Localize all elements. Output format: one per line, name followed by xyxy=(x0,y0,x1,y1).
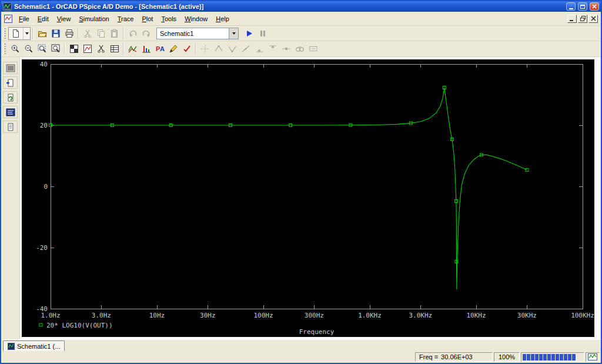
goal-function-button[interactable] xyxy=(166,42,180,55)
paste-button[interactable] xyxy=(108,27,121,40)
svg-text:A: A xyxy=(160,45,165,52)
combobox-dropdown-button[interactable] xyxy=(229,28,238,39)
menu-view[interactable]: View xyxy=(53,13,75,25)
close-icon xyxy=(592,4,597,9)
mdi-close-button[interactable] xyxy=(588,15,598,23)
tab-schematic1[interactable]: Schematic1 (... xyxy=(3,340,65,351)
x-tick-label: 30KHz xyxy=(517,312,537,319)
menu-simulation[interactable]: Simulation xyxy=(75,13,113,25)
cursor-slope-button[interactable] xyxy=(239,42,252,55)
menu-trace[interactable]: Trace xyxy=(113,13,138,25)
axis-settings-button[interactable] xyxy=(81,42,94,55)
data-table-button[interactable] xyxy=(108,42,121,55)
evaluate-measurement-button[interactable] xyxy=(180,42,193,55)
menu-window[interactable]: Window xyxy=(180,13,212,25)
view-simulation-queue-button[interactable] xyxy=(3,91,18,103)
cursor-min-icon xyxy=(255,44,264,54)
cursor-search-button[interactable] xyxy=(293,42,306,55)
cursor-trough-button[interactable] xyxy=(225,42,239,55)
mdi-minimize-button[interactable] xyxy=(567,15,577,23)
paste-clipboard-icon xyxy=(110,29,119,38)
zoom-out-button[interactable] xyxy=(22,42,35,55)
x-tick-label: 100KHz xyxy=(571,312,594,319)
grid-icon xyxy=(69,44,79,54)
cursor-min-button[interactable] xyxy=(252,42,266,55)
undo-button[interactable] xyxy=(126,27,139,40)
toolbar-grip[interactable] xyxy=(4,44,6,54)
app-icon xyxy=(3,2,12,11)
status-frequency-panel: Freq = 30.06E+03 xyxy=(415,352,493,362)
toolbar-separator xyxy=(64,43,65,55)
zoom-area-button[interactable] xyxy=(35,42,49,55)
run-button[interactable] xyxy=(242,27,256,40)
redo-button[interactable] xyxy=(139,27,153,40)
mark-label-button[interactable] xyxy=(306,42,320,55)
print-button[interactable] xyxy=(62,27,76,40)
bode-plot[interactable]: 1.0Hz3.0Hz10Hz30Hz100Hz300Hz1.0KHz3.0KHz… xyxy=(22,59,594,337)
x-tick-label: 30Hz xyxy=(200,312,216,319)
menu-edit[interactable]: Edit xyxy=(34,13,53,25)
titlebar: Schematic1 - OrCAD PSpice A/D Demo - [Sc… xyxy=(1,1,601,12)
view-output-file-button[interactable] xyxy=(3,121,18,133)
menu-bar: File Edit View Simulation Trace Plot Too… xyxy=(1,12,601,26)
progress-segment xyxy=(564,354,567,360)
toggle-cursor-button[interactable] xyxy=(198,42,212,55)
status-sim-icon-panel xyxy=(586,352,600,362)
output-file-icon xyxy=(6,123,15,131)
cursor-peak-icon xyxy=(214,44,223,54)
cut-plot-button[interactable] xyxy=(94,42,108,55)
mdi-restore-button[interactable] xyxy=(578,15,587,23)
zoom-in-icon xyxy=(11,44,20,54)
status-message-area xyxy=(2,352,414,362)
x-tick-label: 3.0KHz xyxy=(409,312,432,319)
y-tick-label: 20 xyxy=(40,122,48,129)
y-tick-label: -20 xyxy=(36,244,48,252)
progress-segment xyxy=(556,354,559,360)
new-simulation-dropdown[interactable] xyxy=(23,28,30,39)
cut-button[interactable] xyxy=(81,27,94,40)
view-simulation-results-button[interactable] xyxy=(3,62,18,74)
maximize-button[interactable] xyxy=(578,2,587,11)
add-trace-button[interactable] xyxy=(126,42,139,55)
menu-tools[interactable]: Tools xyxy=(157,13,180,25)
printer-icon xyxy=(65,29,74,38)
pause-icon xyxy=(259,29,267,38)
copy-button[interactable] xyxy=(94,27,108,40)
cursor-max-button[interactable] xyxy=(266,42,279,55)
menu-help[interactable]: Help xyxy=(212,13,233,25)
cursor-point-button[interactable] xyxy=(279,42,293,55)
fourier-button[interactable] xyxy=(139,42,153,55)
save-floppy-icon xyxy=(51,29,61,38)
progress-segment xyxy=(543,354,547,360)
cursor-point-icon xyxy=(282,44,291,54)
performance-analysis-button[interactable]: P A xyxy=(153,42,166,55)
view-schematic-page-button[interactable] xyxy=(3,76,18,89)
plot-grid-button[interactable] xyxy=(67,42,81,55)
zoom-in-button[interactable] xyxy=(8,42,22,55)
simulation-profile-combobox[interactable]: Schematic1 xyxy=(156,28,239,39)
undo-arrow-icon xyxy=(128,29,138,38)
save-button[interactable] xyxy=(49,27,62,40)
cursor-slope-icon xyxy=(241,44,250,54)
plot-border xyxy=(51,64,583,309)
minimize-button[interactable] xyxy=(566,2,576,11)
freq-value: 30.06E+03 xyxy=(441,353,473,360)
view-output-window-button[interactable] xyxy=(3,106,18,118)
cursor-trough-icon xyxy=(228,44,237,54)
new-simulation-button[interactable] xyxy=(8,27,31,40)
pause-button[interactable] xyxy=(256,27,269,40)
table-icon xyxy=(110,44,119,54)
menu-plot[interactable]: Plot xyxy=(138,13,157,25)
open-button[interactable] xyxy=(35,27,49,40)
plot-canvas[interactable]: 1.0Hz3.0Hz10Hz30Hz100Hz300Hz1.0KHz3.0KHz… xyxy=(22,59,594,337)
toolbar-grip[interactable] xyxy=(4,28,6,39)
maximize-icon xyxy=(580,5,585,9)
y-tick-label: 0 xyxy=(44,183,48,191)
zoom-fit-button[interactable] xyxy=(49,42,62,55)
close-button[interactable] xyxy=(590,2,599,11)
menu-file[interactable]: File xyxy=(15,13,34,25)
run-play-icon xyxy=(245,29,253,38)
mdi-window-buttons xyxy=(567,15,599,23)
cursor-peak-button[interactable] xyxy=(212,42,225,55)
label-tag-icon xyxy=(309,44,318,54)
